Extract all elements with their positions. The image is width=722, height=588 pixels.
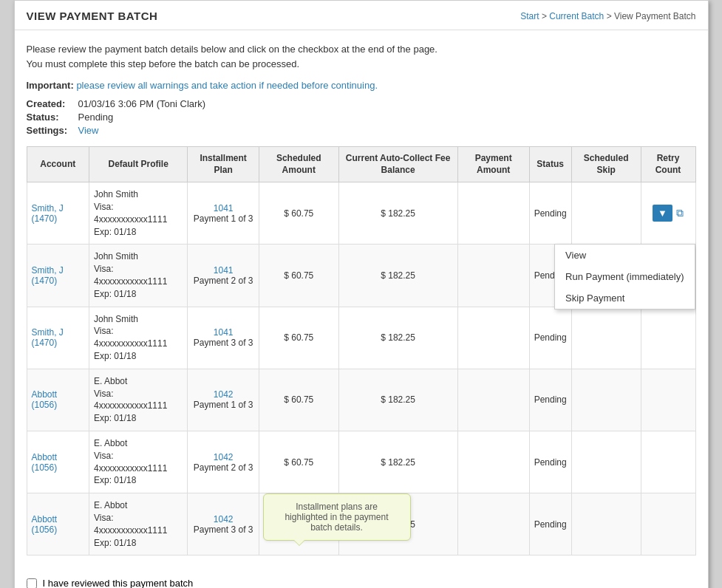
col-default-profile: Default Profile (89, 147, 188, 182)
plan-text: Payment 1 of 3 (194, 213, 253, 224)
profile-card: Visa: 4xxxxxxxxxxx1111 (94, 325, 183, 350)
content-area: Please review the payment batch details … (15, 30, 708, 567)
cell-payment-amount (457, 245, 529, 307)
profile-card: Visa: 4xxxxxxxxxxx1111 (94, 201, 183, 226)
cell-scheduled-amount: $ 60.75 (259, 431, 338, 493)
dropdown-run-payment[interactable]: Run Payment (immediately) (555, 266, 694, 287)
profile-exp: Exp: 01/18 (94, 288, 183, 301)
settings-link[interactable]: View (78, 125, 99, 136)
cell-scheduled-amount: $ 60.75 (259, 182, 338, 245)
col-account: Account (27, 147, 89, 182)
page-container: VIEW PAYMENT BATCH Start > Current Batch… (14, 0, 709, 588)
cell-plan: 1041 Payment 2 of 3 (188, 245, 259, 307)
review-checkbox-label: I have reviewed this payment batch (43, 578, 194, 588)
profile-name: E. Abbot (94, 499, 183, 512)
profile-name: John Smith (94, 188, 183, 201)
cell-scheduled-skip (571, 493, 641, 555)
profile-exp: Exp: 01/18 (94, 226, 183, 239)
cell-payment-amount (457, 493, 529, 555)
breadcrumb-start[interactable]: Start (520, 11, 539, 21)
edit-button[interactable]: ⧉ (676, 207, 684, 219)
cell-retry-action (641, 369, 695, 431)
cell-scheduled-skip (571, 369, 641, 431)
plan-link[interactable]: 1041 (214, 203, 234, 213)
cell-account: Abbott (1056) (27, 431, 89, 493)
cell-auto-collect: $ 182.25 (338, 369, 457, 431)
important-prefix: Important: (27, 80, 74, 91)
review-checkbox-row: I have reviewed this payment batch (27, 578, 696, 588)
cell-scheduled-amount: $ 60.75 (259, 245, 338, 307)
cell-payment-amount (457, 369, 529, 431)
col-auto-collect: Current Auto-Collect Fee Balance (338, 147, 457, 182)
plan-text: Payment 2 of 3 (194, 462, 253, 473)
plan-text: Payment 1 of 3 (194, 400, 253, 410)
plan-text: Payment 2 of 3 (194, 276, 253, 286)
cell-plan: 1042 Payment 2 of 3 (188, 431, 259, 493)
dropdown-view[interactable]: View (555, 245, 694, 266)
cell-account: Abbott (1056) (27, 493, 89, 555)
profile-card: Visa: 4xxxxxxxxxxx1111 (94, 388, 183, 413)
cell-profile: E. Abbot Visa: 4xxxxxxxxxxx1111 Exp: 01/… (89, 493, 188, 555)
account-link[interactable]: Smith, J (1470) (32, 327, 64, 348)
cell-scheduled-amount: $ 60.75 (259, 369, 338, 431)
profile-name: John Smith (94, 250, 183, 263)
table-row: Smith, J (1470) John Smith Visa: 4xxxxxx… (27, 307, 695, 369)
cell-profile: E. Abbot Visa: 4xxxxxxxxxxx1111 Exp: 01/… (89, 431, 188, 493)
plan-link[interactable]: 1041 (214, 265, 234, 276)
settings-row: Settings: View (27, 125, 696, 136)
cell-account: Smith, J (1470) (27, 182, 89, 245)
cell-status: Pending (529, 369, 571, 431)
plan-link[interactable]: 1042 (214, 389, 234, 400)
plan-link[interactable]: 1042 (214, 514, 234, 524)
page-title: VIEW PAYMENT BATCH (27, 10, 158, 22)
col-scheduled-skip: Scheduled Skip (571, 147, 641, 182)
cell-profile: John Smith Visa: 4xxxxxxxxxxx1111 Exp: 0… (89, 182, 188, 245)
intro-line1: Please review the payment batch details … (27, 42, 696, 57)
cell-retry-action (641, 307, 695, 369)
cell-auto-collect: $ 182.25 (338, 307, 457, 369)
profile-card: Visa: 4xxxxxxxxxxx1111 (94, 450, 183, 475)
cell-scheduled-skip (571, 182, 641, 245)
cell-profile: E. Abbot Visa: 4xxxxxxxxxxx1111 Exp: 01/… (89, 369, 188, 431)
cell-plan: 1042 Payment 3 of 3 (188, 493, 259, 555)
profile-name: E. Abbot (94, 375, 183, 388)
dropdown-skip-payment[interactable]: Skip Payment (555, 287, 694, 309)
payment-table-wrapper: Account Default Profile Installment Plan… (27, 146, 696, 555)
plan-link[interactable]: 1042 (214, 452, 234, 462)
account-link[interactable]: Abbott (1056) (32, 389, 58, 410)
cell-retry-action (641, 493, 695, 555)
cell-profile: John Smith Visa: 4xxxxxxxxxxx1111 Exp: 0… (89, 245, 188, 307)
account-link[interactable]: Abbott (1056) (32, 514, 58, 535)
profile-exp: Exp: 01/18 (94, 537, 183, 550)
cell-plan: 1041 Payment 1 of 3 (188, 182, 259, 245)
col-installment-plan: Installment Plan (188, 147, 259, 182)
status-label: Status: (27, 112, 78, 123)
intro-line2: You must complete this step before the b… (27, 57, 696, 72)
account-link[interactable]: Smith, J (1470) (32, 265, 64, 286)
account-link[interactable]: Smith, J (1470) (32, 203, 64, 224)
account-link[interactable]: Abbott (1056) (32, 452, 58, 473)
page-header: VIEW PAYMENT BATCH Start > Current Batch… (15, 1, 708, 30)
plan-text: Payment 3 of 3 (194, 524, 253, 535)
profile-card: Visa: 4xxxxxxxxxxx1111 (94, 512, 183, 537)
table-header-row: Account Default Profile Installment Plan… (27, 147, 695, 182)
profile-exp: Exp: 01/18 (94, 474, 183, 487)
settings-label: Settings: (27, 125, 78, 136)
cell-payment-amount (457, 307, 529, 369)
dropdown-menu: View Run Payment (immediately) Skip Paym… (554, 244, 695, 310)
important-body: please review all warnings and take acti… (74, 80, 378, 91)
profile-name: John Smith (94, 313, 183, 326)
breadcrumb-current-batch[interactable]: Current Batch (549, 11, 604, 21)
cell-scheduled-skip (571, 307, 641, 369)
important-text: Important: please review all warnings an… (27, 80, 696, 91)
cell-retry-action: ▼ ⧉ View Run Payment (immediately) Skip … (641, 182, 695, 245)
cell-account: Abbott (1056) (27, 369, 89, 431)
intro-text: Please review the payment batch details … (27, 42, 696, 71)
cell-scheduled-skip (571, 431, 641, 493)
review-checkbox[interactable] (27, 578, 37, 588)
cell-status: Pending (529, 182, 571, 245)
created-label: Created: (27, 98, 78, 109)
plan-link[interactable]: 1041 (214, 327, 234, 338)
dropdown-toggle-button[interactable]: ▼ (653, 205, 672, 222)
status-value: Pending (78, 112, 114, 123)
